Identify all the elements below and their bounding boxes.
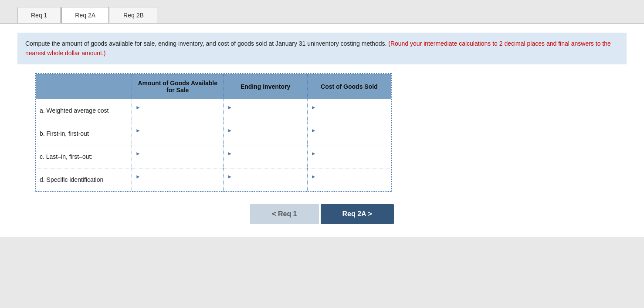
input-fifo-ending[interactable] [227, 134, 296, 141]
prev-button[interactable]: < Req 1 [250, 204, 319, 224]
cell-specific-goods[interactable]: ► [132, 168, 224, 191]
row-label-lifo: c. Last–in, first–out: [36, 145, 132, 168]
arrow-icon: ► [227, 104, 232, 110]
table-row: c. Last–in, first–out: ► ► ► [36, 145, 391, 168]
arrow-icon: ► [136, 127, 141, 134]
tab-req2b[interactable]: Req 2B [110, 7, 157, 23]
input-fifo-cogs[interactable] [311, 134, 380, 141]
arrow-icon: ► [136, 174, 141, 180]
arrow-icon: ► [136, 151, 141, 157]
tab-req1[interactable]: Req 1 [17, 7, 61, 23]
input-weighted-avg-goods[interactable] [136, 110, 211, 117]
instruction-box: Compute the amount of goods available fo… [17, 33, 627, 64]
arrow-icon: ► [311, 127, 316, 134]
cell-specific-ending[interactable]: ► [224, 168, 307, 191]
arrow-icon: ► [311, 151, 316, 157]
arrow-icon: ► [227, 127, 232, 134]
arrow-icon: ► [227, 151, 232, 157]
cell-specific-cogs[interactable]: ► [307, 168, 391, 191]
cell-lifo-ending[interactable]: ► [224, 145, 307, 168]
col-header-cost-of-goods-sold: Cost of Goods Sold [307, 74, 391, 99]
page-wrapper: Req 1 Req 2A Req 2B Compute the amount o… [0, 0, 644, 308]
arrow-icon: ► [311, 104, 316, 110]
cell-lifo-goods[interactable]: ► [132, 145, 224, 168]
input-lifo-goods[interactable] [136, 157, 211, 164]
tab-req2a[interactable]: Req 2A [61, 7, 109, 23]
nav-buttons: < Req 1 Req 2A > [17, 204, 627, 224]
arrow-icon: ► [136, 104, 141, 110]
input-specific-cogs[interactable] [311, 180, 380, 187]
table-row: a. Weighted average cost ► ► ► [36, 99, 391, 122]
col-header-goods-available: Amount of Goods Available for Sale [132, 74, 224, 99]
row-label-specific: d. Specific identification [36, 168, 132, 191]
table-row: b. First-in, first-out ► ► ► [36, 122, 391, 145]
input-weighted-avg-cogs[interactable] [311, 110, 380, 117]
cell-fifo-goods[interactable]: ► [132, 122, 224, 145]
row-label-weighted-avg: a. Weighted average cost [36, 99, 132, 122]
data-table: Amount of Goods Available for Sale Endin… [36, 74, 391, 191]
arrow-icon: ► [311, 174, 316, 180]
arrow-icon: ► [227, 174, 232, 180]
col-header-ending-inventory: Ending Inventory [224, 74, 307, 99]
tabs-bar: Req 1 Req 2A Req 2B [0, 0, 644, 24]
cell-weighted-avg-goods[interactable]: ► [132, 99, 224, 122]
input-specific-ending[interactable] [227, 180, 296, 187]
col-header-label [36, 74, 132, 99]
input-weighted-avg-ending[interactable] [227, 110, 296, 117]
content-area: Compute the amount of goods available fo… [0, 24, 644, 237]
instruction-main-text: Compute the amount of goods available fo… [25, 40, 388, 47]
table-row: d. Specific identification ► ► ► [36, 168, 391, 191]
cell-lifo-cogs[interactable]: ► [307, 145, 391, 168]
next-button[interactable]: Req 2A > [321, 204, 394, 224]
cell-weighted-avg-ending[interactable]: ► [224, 99, 307, 122]
row-label-fifo: b. First-in, first-out [36, 122, 132, 145]
input-lifo-cogs[interactable] [311, 157, 380, 164]
cell-weighted-avg-cogs[interactable]: ► [307, 99, 391, 122]
cell-fifo-cogs[interactable]: ► [307, 122, 391, 145]
input-fifo-goods[interactable] [136, 134, 211, 141]
input-lifo-ending[interactable] [227, 157, 296, 164]
cell-fifo-ending[interactable]: ► [224, 122, 307, 145]
input-specific-goods[interactable] [136, 180, 211, 187]
table-container: Amount of Goods Available for Sale Endin… [35, 73, 392, 192]
